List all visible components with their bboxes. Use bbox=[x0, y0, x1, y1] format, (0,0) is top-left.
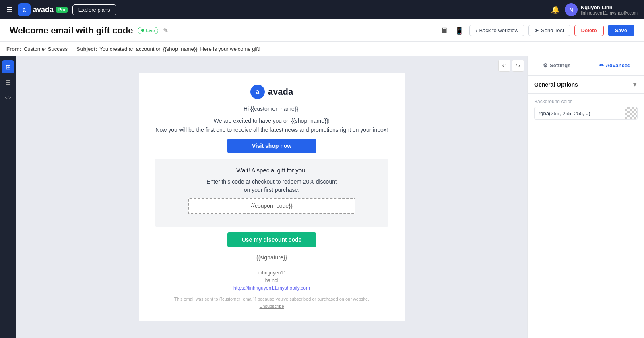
color-swatch[interactable] bbox=[625, 107, 637, 119]
footer-company: linhnguyen11 bbox=[155, 269, 388, 277]
user-name: Nguyen Linh bbox=[581, 4, 638, 10]
right-panel-tabs: ⚙ Settings ✏ Advanced bbox=[528, 56, 644, 76]
user-shop: linhnguyen11.myshopify.com bbox=[581, 10, 638, 15]
email-logo-icon: a bbox=[250, 85, 265, 99]
sidebar-code-button[interactable]: </> bbox=[2, 91, 14, 104]
footer-info: linhnguyen11 ha noi https://linhnguyen11… bbox=[155, 269, 388, 292]
advanced-icon: ✏ bbox=[599, 62, 604, 68]
email-logo: a avada bbox=[250, 85, 293, 99]
avatar: N bbox=[565, 3, 578, 16]
back-to-workflow-button[interactable]: ‹ Back to workflow bbox=[469, 25, 524, 36]
tab-advanced[interactable]: ✏ Advanced bbox=[586, 56, 644, 75]
live-badge: Live bbox=[138, 27, 158, 34]
logo: a avada Pro bbox=[18, 3, 68, 16]
background-color-field: Background color bbox=[528, 94, 644, 124]
delete-button[interactable]: Delete bbox=[574, 25, 604, 36]
general-options-title: General Options bbox=[534, 81, 578, 88]
right-panel-body: General Options ▼ Background color bbox=[528, 76, 644, 338]
coupon-code-text: {{coupon_code}} bbox=[251, 203, 293, 209]
coupon-code-box: {{coupon_code}} bbox=[188, 198, 355, 214]
desktop-view-button[interactable]: 🖥 bbox=[439, 25, 449, 36]
left-sidebar: ⊞ ☰ </> bbox=[0, 56, 16, 338]
explore-plans-button[interactable]: Explore plans bbox=[72, 4, 116, 15]
user-info: Nguyen Linh linhnguyen11.myshopify.com bbox=[581, 4, 638, 15]
color-input-row bbox=[534, 107, 638, 120]
settings-icon: ⚙ bbox=[543, 62, 548, 68]
hamburger-icon[interactable]: ☰ bbox=[6, 5, 13, 14]
user-menu[interactable]: N Nguyen Linh linhnguyen11.myshopify.com bbox=[565, 3, 638, 16]
edit-title-icon[interactable]: ✎ bbox=[163, 27, 168, 34]
email-greeting: Hi {{customer_name}}, bbox=[155, 106, 388, 112]
right-panel: ⚙ Settings ✏ Advanced General Options ▼ … bbox=[527, 56, 644, 338]
logo-icon: a bbox=[18, 3, 31, 16]
email-logo-area: a avada bbox=[155, 85, 388, 99]
footer-disclaimer: This email was sent to {{customer_email}… bbox=[155, 297, 388, 301]
gift-desc1: Enter this code at checkout to redeem 20… bbox=[167, 178, 376, 185]
signature-area: {{signature}} bbox=[155, 254, 388, 261]
footer-link[interactable]: https://linhnguyen11.myshopify.com bbox=[233, 285, 310, 291]
undo-button[interactable]: ↩ bbox=[498, 60, 510, 72]
gift-title: Wait! A special gift for you. bbox=[167, 167, 376, 174]
canvas-area: ↩ ↪ a avada Hi {{customer_name}}, We are… bbox=[16, 56, 527, 338]
subheader: Welcome email with gift code Live ✎ 🖥 📱 … bbox=[0, 19, 644, 42]
live-dot bbox=[141, 29, 144, 32]
background-color-label: Background color bbox=[534, 99, 638, 104]
save-button[interactable]: Save bbox=[608, 25, 634, 36]
back-arrow-icon: ‹ bbox=[475, 27, 477, 33]
from-bar: From: Customer Success Subject: You crea… bbox=[0, 42, 644, 56]
sidebar-menu-button[interactable]: ☰ bbox=[2, 76, 14, 89]
subheader-actions: 🖥 📱 ‹ Back to workflow ➤ Send Test Delet… bbox=[439, 25, 634, 37]
topbar: ☰ a avada Pro Explore plans 🔔 N Nguyen L… bbox=[0, 0, 644, 19]
mobile-view-button[interactable]: 📱 bbox=[453, 25, 465, 37]
unsubscribe-link[interactable]: Unsubscribe bbox=[155, 304, 388, 309]
send-icon: ➤ bbox=[535, 27, 539, 33]
from-label: From: bbox=[6, 46, 21, 52]
send-test-button[interactable]: ➤ Send Test bbox=[528, 25, 570, 36]
email-body2: Now you will be the first one to receive… bbox=[155, 126, 388, 133]
canvas-toolbar: ↩ ↪ bbox=[498, 60, 524, 72]
signature-text: {{signature}} bbox=[256, 254, 287, 261]
visit-shop-button[interactable]: Visit shop now bbox=[227, 139, 316, 153]
gift-desc2: on your first purchase. bbox=[167, 187, 376, 193]
pro-badge: Pro bbox=[56, 7, 68, 13]
footer-city: ha noi bbox=[155, 277, 388, 284]
subject-label: Subject: bbox=[76, 46, 97, 52]
email-logo-text: avada bbox=[268, 87, 293, 97]
divider bbox=[155, 265, 388, 265]
general-options-header[interactable]: General Options ▼ bbox=[528, 76, 644, 94]
page-title: Welcome email with gift code bbox=[10, 25, 133, 36]
gift-box: Wait! A special gift for you. Enter this… bbox=[155, 159, 388, 227]
subject-value: You created an account on {{shop_name}}.… bbox=[99, 46, 260, 52]
more-options-icon[interactable]: ⋮ bbox=[630, 45, 638, 54]
redo-button[interactable]: ↪ bbox=[512, 60, 524, 72]
tab-settings[interactable]: ⚙ Settings bbox=[528, 56, 586, 75]
from-value: Customer Success bbox=[24, 46, 68, 52]
main-layout: ⊞ ☰ </> ↩ ↪ a avada Hi {{customer_name}}… bbox=[0, 56, 644, 338]
sidebar-grid-button[interactable]: ⊞ bbox=[2, 60, 14, 73]
bell-icon[interactable]: 🔔 bbox=[551, 5, 560, 14]
email-body1: We are excited to have you on {{shop_nam… bbox=[155, 118, 388, 124]
color-input[interactable] bbox=[535, 108, 625, 119]
discount-button[interactable]: Use my discount code bbox=[227, 232, 316, 247]
email-preview: a avada Hi {{customer_name}}, We are exc… bbox=[139, 73, 405, 321]
logo-text: avada bbox=[33, 6, 54, 14]
chevron-down-icon: ▼ bbox=[632, 81, 638, 88]
